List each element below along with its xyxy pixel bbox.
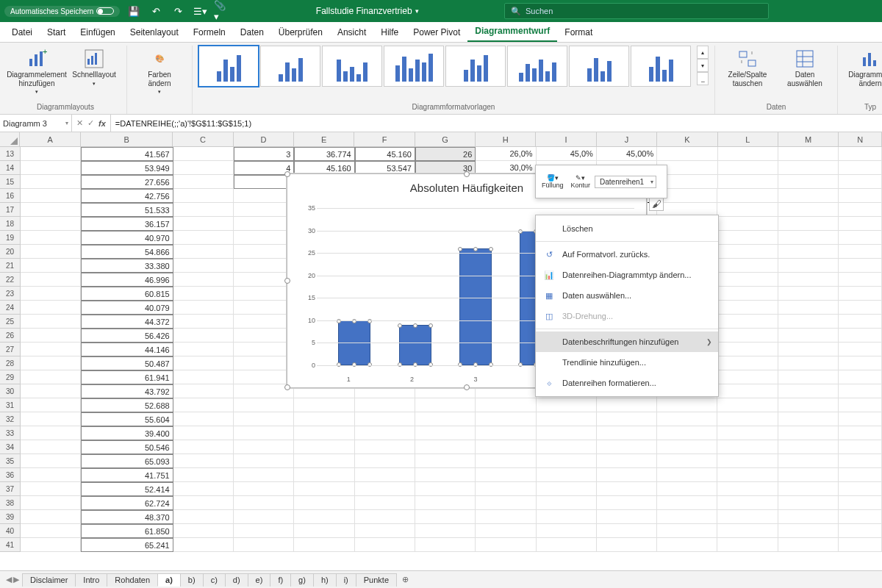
cell-G39[interactable]	[415, 510, 476, 524]
sheet-tab-f[interactable]: f)	[270, 573, 291, 587]
outline-button[interactable]: ✎▾Kontur	[568, 173, 594, 190]
cell-M17[interactable]	[778, 203, 839, 217]
tab-daten[interactable]: Daten	[233, 23, 271, 42]
cell-M34[interactable]	[778, 440, 839, 454]
ctx-datenbeschriftungen-hinz[interactable]: Datenbeschriftungen hinzufügen❯	[536, 331, 718, 352]
cell-N39[interactable]	[839, 510, 882, 524]
cell-D38[interactable]	[234, 496, 294, 510]
cell-C25[interactable]	[173, 315, 234, 329]
cell-F38[interactable]	[355, 496, 415, 510]
row-header[interactable]: 17	[0, 203, 21, 217]
cell-I13[interactable]: 45,0%	[537, 147, 597, 161]
cell-I34[interactable]	[537, 440, 597, 454]
cell-B13[interactable]: 41.567	[81, 147, 173, 161]
ctx-datenreihen-formatieren-[interactable]: ⟐Datenreihen formatieren...	[536, 373, 718, 393]
cell-K40[interactable]	[657, 524, 717, 538]
row-header[interactable]: 40	[0, 524, 21, 538]
cell-J36[interactable]	[597, 468, 657, 482]
cell-A21[interactable]	[21, 259, 81, 273]
cell-G35[interactable]	[415, 454, 476, 468]
cell-C22[interactable]	[173, 273, 234, 287]
cell-E39[interactable]	[294, 510, 354, 524]
cell-A26[interactable]	[21, 329, 81, 343]
sheet-tab-b[interactable]: b)	[180, 573, 204, 587]
cell-B28[interactable]: 50.487	[81, 356, 173, 370]
cell-I40[interactable]	[537, 524, 597, 538]
redo-icon[interactable]: ↷	[170, 3, 186, 19]
cell-A20[interactable]	[21, 245, 81, 259]
cell-J38[interactable]	[597, 496, 657, 510]
cell-B38[interactable]: 62.724	[81, 496, 173, 510]
cell-I36[interactable]	[537, 468, 597, 482]
cell-C35[interactable]	[173, 454, 234, 468]
cell-B20[interactable]: 54.866	[81, 245, 173, 259]
cell-K34[interactable]	[657, 440, 717, 454]
cell-L22[interactable]	[717, 273, 778, 287]
cell-F31[interactable]	[355, 398, 415, 412]
row-header[interactable]: 28	[0, 356, 21, 370]
cell-M15[interactable]	[778, 175, 839, 189]
cell-L13[interactable]	[718, 147, 778, 161]
cell-H34[interactable]	[476, 440, 536, 454]
cell-M32[interactable]	[778, 412, 839, 426]
cell-H38[interactable]	[476, 496, 536, 510]
cell-E33[interactable]	[294, 426, 354, 440]
cell-M26[interactable]	[778, 329, 839, 343]
cell-A23[interactable]	[21, 287, 81, 301]
cell-D37[interactable]	[234, 482, 294, 496]
cell-E37[interactable]	[294, 482, 354, 496]
cell-D17[interactable]	[234, 203, 294, 217]
cell-J13[interactable]: 45,00%	[597, 147, 657, 161]
tab-überprüfen[interactable]: Überprüfen	[271, 23, 330, 42]
cell-C26[interactable]	[173, 329, 234, 343]
cell-M37[interactable]	[778, 482, 839, 496]
cell-K35[interactable]	[657, 454, 717, 468]
sheet-tab-a[interactable]: a)	[157, 573, 181, 587]
ctx-l-schen[interactable]: Löschen	[536, 218, 718, 239]
cell-L30[interactable]	[717, 384, 778, 398]
change-colors-button[interactable]: 🎨 Farben ändern▾	[133, 46, 186, 98]
tab-formeln[interactable]: Formeln	[186, 23, 233, 42]
cell-F35[interactable]	[355, 454, 415, 468]
cell-A17[interactable]	[21, 203, 81, 217]
cell-C33[interactable]	[173, 426, 234, 440]
cell-K38[interactable]	[657, 496, 717, 510]
cell-A30[interactable]	[21, 384, 81, 398]
cell-D15[interactable]: 5	[234, 175, 294, 189]
ctx-auf-formatvorl-zur-cks-[interactable]: ↺Auf Formatvorl. zurücks.	[536, 244, 718, 265]
cell-B22[interactable]: 46.996	[81, 273, 173, 287]
cell-D33[interactable]	[234, 426, 294, 440]
col-header-F[interactable]: F	[354, 132, 415, 146]
cell-M35[interactable]	[778, 454, 839, 468]
cell-L34[interactable]	[717, 440, 778, 454]
cell-C40[interactable]	[173, 524, 234, 538]
cell-M28[interactable]	[778, 356, 839, 370]
cell-H40[interactable]	[476, 524, 536, 538]
cell-B39[interactable]: 48.370	[81, 510, 173, 524]
cell-H37[interactable]	[476, 482, 536, 496]
cell-B17[interactable]: 51.533	[81, 203, 173, 217]
cell-D18[interactable]	[234, 217, 294, 231]
cell-J40[interactable]	[597, 524, 657, 538]
cell-N14[interactable]	[839, 161, 882, 175]
cell-B41[interactable]: 65.241	[81, 538, 173, 552]
cell-B23[interactable]: 60.815	[81, 287, 173, 301]
cell-D20[interactable]	[234, 245, 294, 259]
cell-D40[interactable]	[234, 524, 294, 538]
cell-M23[interactable]	[778, 287, 839, 301]
cell-E34[interactable]	[294, 440, 354, 454]
col-header-A[interactable]: A	[20, 132, 80, 146]
cell-N19[interactable]	[839, 231, 882, 245]
cell-D41[interactable]	[234, 538, 294, 552]
cell-L41[interactable]	[717, 538, 778, 552]
cell-B36[interactable]: 41.751	[81, 468, 173, 482]
cell-N25[interactable]	[839, 315, 882, 329]
cell-K32[interactable]	[657, 412, 717, 426]
ctx-daten-ausw-hlen-[interactable]: ▦Daten auswählen...	[536, 285, 718, 306]
cell-J35[interactable]	[597, 454, 657, 468]
select-data-button[interactable]: Daten auswählen	[778, 46, 831, 90]
cell-A29[interactable]	[21, 370, 81, 384]
row-header[interactable]: 36	[0, 468, 21, 482]
cell-L18[interactable]	[717, 217, 778, 231]
cell-L35[interactable]	[717, 454, 778, 468]
